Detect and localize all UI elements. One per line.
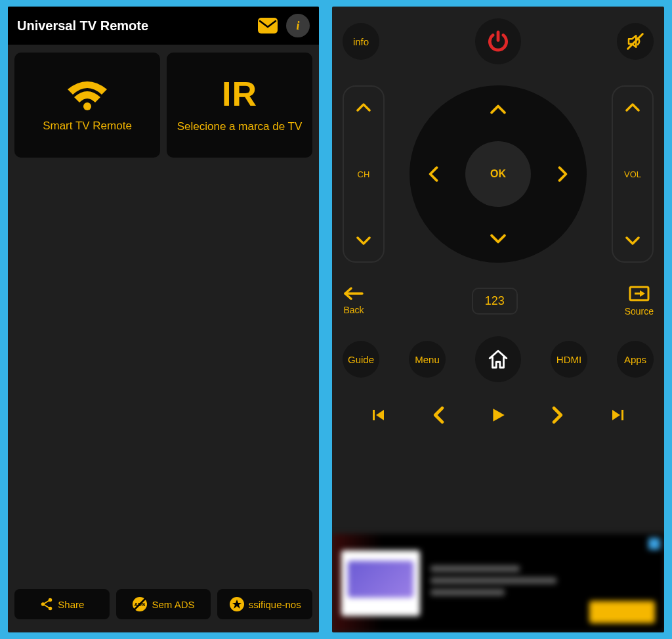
back-button[interactable]: Back bbox=[343, 286, 365, 315]
ad-thumbnail bbox=[341, 550, 420, 616]
hdmi-label: HDMI bbox=[556, 354, 581, 365]
back-label: Back bbox=[343, 305, 364, 315]
info-label: info bbox=[353, 36, 369, 47]
ir-big-label: IR bbox=[222, 77, 257, 111]
shortcut-row: Guide Menu HDMI Apps bbox=[343, 336, 654, 382]
ad-text bbox=[430, 565, 579, 601]
nav-area: CH OK bbox=[343, 85, 654, 263]
skip-next-icon bbox=[610, 407, 625, 423]
apps-button[interactable]: Apps bbox=[617, 341, 654, 378]
channel-rocker[interactable]: CH bbox=[343, 85, 385, 263]
svg-rect-15 bbox=[373, 410, 375, 420]
home-button[interactable] bbox=[475, 336, 521, 382]
bottom-button-row: Share ADS Sem ADS ssifique-nos bbox=[8, 580, 319, 632]
no-ads-icon: ADS bbox=[132, 596, 148, 612]
ok-button[interactable]: OK bbox=[465, 141, 531, 207]
play-button[interactable] bbox=[485, 402, 511, 428]
svg-line-5 bbox=[45, 601, 49, 604]
top-row: info bbox=[343, 18, 654, 64]
play-icon bbox=[490, 405, 507, 425]
svg-line-6 bbox=[45, 605, 49, 608]
transport-row bbox=[343, 402, 654, 428]
rewind-button[interactable] bbox=[425, 402, 452, 428]
power-icon bbox=[486, 29, 511, 54]
chevron-left-icon bbox=[432, 407, 444, 424]
app-home-screen: Universal TV Remote i Smart TV Remote IR… bbox=[8, 7, 319, 632]
mute-button[interactable] bbox=[617, 23, 654, 60]
mid-row: Back 123 Source bbox=[343, 285, 654, 317]
dpad-right[interactable] bbox=[550, 161, 576, 187]
chevron-right-icon bbox=[552, 407, 564, 424]
ad-close-icon[interactable] bbox=[648, 538, 660, 550]
chevron-down-icon bbox=[356, 236, 371, 246]
info-button[interactable]: info bbox=[343, 23, 379, 60]
source-label: Source bbox=[625, 306, 654, 317]
info-button[interactable]: i bbox=[286, 14, 310, 37]
smart-tv-card[interactable]: Smart TV Remote bbox=[14, 53, 160, 158]
arrow-left-icon bbox=[343, 286, 365, 301]
chevron-up-icon bbox=[490, 104, 506, 114]
dpad-wrap: OK bbox=[392, 85, 604, 263]
star-badge-icon bbox=[229, 596, 245, 612]
mute-icon bbox=[625, 32, 645, 51]
forward-button[interactable] bbox=[545, 402, 571, 428]
rate-us-button[interactable]: ssifique-nos bbox=[217, 589, 312, 619]
volume-label: VOL bbox=[624, 169, 641, 179]
svg-point-1 bbox=[83, 102, 91, 110]
chevron-up-icon bbox=[356, 102, 371, 112]
chevron-up-icon bbox=[625, 102, 640, 112]
chevron-right-icon bbox=[558, 166, 568, 182]
remote-screen: info CH bbox=[332, 7, 664, 632]
menu-label: Menu bbox=[415, 354, 440, 365]
volume-rocker[interactable]: VOL bbox=[612, 85, 654, 263]
power-button[interactable] bbox=[475, 18, 521, 64]
numpad-button[interactable]: 123 bbox=[472, 288, 518, 315]
smart-tv-label: Smart TV Remote bbox=[43, 120, 132, 133]
menu-button[interactable]: Menu bbox=[409, 341, 446, 378]
wifi-icon bbox=[64, 77, 110, 110]
dpad: OK bbox=[410, 85, 587, 263]
ir-sub-label: Selecione a marca de TV bbox=[177, 120, 303, 133]
skip-prev-icon bbox=[371, 407, 387, 423]
app-title: Universal TV Remote bbox=[17, 18, 249, 33]
no-ads-label: Sem ADS bbox=[152, 599, 194, 610]
mail-icon bbox=[258, 18, 278, 33]
source-button[interactable]: Source bbox=[625, 285, 654, 317]
share-button[interactable]: Share bbox=[14, 589, 110, 619]
dpad-up[interactable] bbox=[485, 96, 511, 122]
svg-rect-0 bbox=[258, 18, 278, 33]
spacer bbox=[8, 165, 319, 580]
guide-button[interactable]: Guide bbox=[343, 341, 379, 378]
guide-label: Guide bbox=[348, 354, 374, 365]
svg-rect-16 bbox=[621, 410, 623, 420]
ok-label: OK bbox=[490, 168, 506, 180]
ad-banner[interactable] bbox=[332, 534, 664, 632]
no-ads-button[interactable]: ADS Sem ADS bbox=[116, 589, 211, 619]
share-icon bbox=[39, 597, 54, 611]
share-label: Share bbox=[58, 599, 84, 610]
top-bar: Universal TV Remote i bbox=[8, 7, 319, 45]
mode-cards: Smart TV Remote IR Selecione a marca de … bbox=[8, 45, 319, 165]
dpad-left[interactable] bbox=[420, 161, 446, 187]
mail-button[interactable] bbox=[256, 14, 280, 37]
ad-cta-button[interactable] bbox=[589, 601, 655, 623]
chevron-down-icon bbox=[625, 236, 640, 246]
home-icon bbox=[487, 348, 509, 370]
chevron-down-icon bbox=[490, 234, 506, 244]
dpad-down[interactable] bbox=[485, 226, 511, 252]
channel-label: CH bbox=[358, 169, 370, 179]
skip-prev-button[interactable] bbox=[366, 402, 392, 428]
rate-label: ssifique-nos bbox=[249, 599, 301, 610]
apps-label: Apps bbox=[624, 354, 646, 365]
skip-next-button[interactable] bbox=[604, 402, 631, 428]
source-icon bbox=[628, 285, 650, 302]
numpad-label: 123 bbox=[485, 294, 505, 307]
hdmi-button[interactable]: HDMI bbox=[551, 341, 587, 378]
info-icon: i bbox=[296, 19, 299, 33]
chevron-left-icon bbox=[428, 166, 438, 182]
ir-card[interactable]: IR Selecione a marca de TV bbox=[167, 53, 312, 158]
